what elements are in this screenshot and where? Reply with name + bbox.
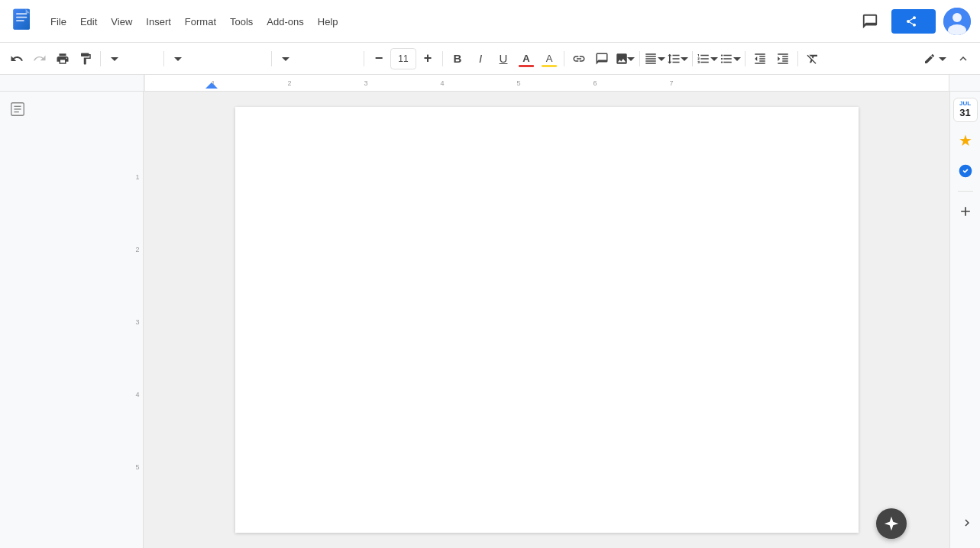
separator [639,51,640,66]
svg-text:2: 2 [287,79,291,87]
toolbar: − + B I U A A [0,43,980,75]
separator [797,51,798,66]
main-area: 1 2 3 4 5 [0,92,980,548]
svg-text:7: 7 [669,79,673,87]
italic-button[interactable]: I [470,48,491,69]
separator [271,51,272,66]
menu-item-view[interactable]: View [105,15,138,29]
numbered-list-button[interactable] [697,48,718,69]
gemini-button-area [876,508,907,539]
tasks-sidebar-icon[interactable] [953,159,978,183]
font-size-area: − + [368,48,438,69]
separator [163,51,164,66]
separator [692,51,693,66]
decrease-indent-button[interactable] [749,48,771,69]
print-button[interactable] [52,48,73,69]
paint-format-button[interactable] [75,48,96,69]
title-area: FileEditViewInsertFormatToolsAdd-onsHelp [44,13,856,29]
underline-button[interactable]: U [493,48,514,69]
user-avatar[interactable] [943,8,971,35]
svg-text:5: 5 [135,463,139,471]
menu-item-format[interactable]: Format [179,15,222,29]
sidebar-divider [958,191,973,192]
separator [745,51,746,66]
separator [564,51,564,66]
link-button[interactable] [568,48,590,69]
menu-bar: FileEditViewInsertFormatToolsAdd-onsHelp [44,15,856,29]
menu-item-tools[interactable]: Tools [224,15,259,29]
separator [100,51,101,66]
bold-button[interactable]: B [447,48,468,69]
insert-image-button[interactable] [614,48,636,69]
calendar-sidebar-icon[interactable]: JUL 31 [953,98,978,122]
header-right [856,8,971,35]
zoom-select[interactable] [105,48,160,69]
ruler: 1 2 3 4 5 6 7 [0,75,980,92]
svg-point-7 [953,13,962,22]
badge-sidebar-icon[interactable]: ★ [953,128,978,153]
font-size-input[interactable] [390,48,416,69]
svg-text:4: 4 [135,391,139,398]
svg-text:3: 3 [364,79,367,87]
editing-mode-button[interactable] [919,48,951,69]
font-size-increase-button[interactable]: + [417,48,438,69]
svg-marker-17 [205,82,218,89]
font-size-decrease-button[interactable]: − [368,48,390,69]
clear-formatting-button[interactable] [802,48,823,69]
svg-rect-4 [16,20,24,21]
document-page[interactable] [235,107,859,533]
ruler-content: 1 2 3 4 5 6 7 [144,75,949,91]
menu-item-help[interactable]: Help [312,15,344,29]
separator [364,51,364,66]
menu-item-file[interactable]: File [44,15,73,29]
font-select[interactable] [276,48,360,69]
svg-text:5: 5 [516,79,520,87]
insert-comment-button[interactable] [591,48,613,69]
add-sidebar-icon[interactable] [953,199,978,224]
align-button[interactable] [644,48,665,69]
text-color-button[interactable]: A [516,48,537,69]
undo-button[interactable] [6,48,27,69]
menu-item-insert[interactable]: Insert [140,15,177,29]
menu-item-edit[interactable]: Edit [74,15,103,29]
bulleted-list-button[interactable] [720,48,741,69]
right-sidebar: JUL 31 ★ [949,92,980,548]
style-select[interactable] [168,48,267,69]
menu-item-add-ons[interactable]: Add-ons [260,15,309,29]
expand-panel-button[interactable] [960,516,974,533]
increase-indent-button[interactable] [772,48,794,69]
svg-text:1: 1 [135,173,139,181]
line-spacing-button[interactable] [667,48,688,69]
highlight-button[interactable]: A [539,48,560,69]
gemini-button[interactable] [876,508,907,539]
header-bar: FileEditViewInsertFormatToolsAdd-onsHelp [0,0,980,43]
left-panel: 1 2 3 4 5 [0,92,144,548]
separator [442,51,443,66]
svg-text:4: 4 [440,79,444,87]
collapse-toolbar-button[interactable] [953,48,974,69]
document-area[interactable] [144,92,949,548]
comment-button[interactable] [856,8,884,35]
svg-rect-3 [16,16,27,18]
share-button[interactable] [891,9,936,34]
svg-text:2: 2 [135,246,139,253]
doc-icon [9,8,37,35]
svg-text:3: 3 [135,318,139,326]
redo-button[interactable] [29,48,50,69]
svg-text:6: 6 [593,79,597,87]
outline-toggle[interactable] [9,101,26,121]
svg-rect-2 [16,13,27,15]
